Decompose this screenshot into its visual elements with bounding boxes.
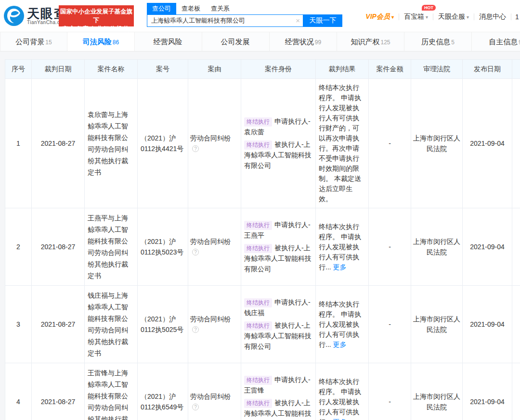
cell-case-name[interactable]: 袁欣蕾与上海鲸乖乖人工智能科技有限公司劳动合同纠纷其他执行裁定书	[85, 79, 138, 208]
search-tab-relation[interactable]: 查关系	[206, 3, 235, 14]
cell-cropped	[512, 208, 520, 286]
search-button[interactable]: 天眼一下	[303, 14, 342, 27]
cell-cropped	[512, 79, 520, 208]
enterprise-service-link[interactable]: 天眼企服▾	[438, 13, 469, 21]
status-badge: 终结执行	[244, 140, 272, 150]
cell-result: 终结本次执行程序。 申请执行人发现被执行人有可供执行财产的，可以再次申请执行。再…	[316, 79, 369, 208]
judgment-table-wrap: 序号 裁判日期 案件名称 案号 案由 案件身份 裁判结果 案件金额 审理法院 发…	[5, 59, 520, 420]
search-type-tabs: 查公司 查老板 查关系	[147, 3, 342, 14]
table-header-row: 序号 裁判日期 案件名称 案号 案由 案件身份 裁判结果 案件金额 审理法院 发…	[5, 60, 520, 79]
cell-case-name[interactable]: 王雷锋与上海鲸乖乖人工智能科技有限公司劳动合同纠纷其他执行裁定书	[85, 363, 138, 420]
col-publish-date: 发布日期	[463, 60, 512, 79]
toolbox-link[interactable]: HOT百宝箱▾	[404, 13, 428, 21]
cell-case-number: （2021）沪0112执5025号	[138, 286, 188, 363]
col-case-identity: 案件身份	[241, 60, 316, 79]
cell-date: 2021-08-27	[32, 363, 85, 420]
question-circle-icon[interactable]: ?	[192, 145, 199, 152]
search-tab-company[interactable]: 查公司	[147, 3, 176, 14]
search-input[interactable]	[147, 14, 303, 27]
cell-identity: 终结执行申请执行人-王燕平 终结执行被执行人-上海鲸乖乖人工智能科技有限公司	[241, 208, 316, 286]
clear-search-icon[interactable]: ×	[296, 16, 300, 25]
col-court: 审理法院	[411, 60, 463, 79]
cell-court: 上海市闵行区人民法院	[411, 208, 463, 286]
tab-operating-risk[interactable]: 经营风险	[135, 32, 202, 51]
cell-case-number: （2021）沪0112执4421号	[138, 79, 188, 208]
col-seq: 序号	[5, 60, 32, 79]
top-header: 天眼查 TianYanCha.com 国家中小企业发展子基金旗下 官方备案企业征…	[0, 0, 520, 32]
tab-intellectual-property[interactable]: 知识产权125	[337, 32, 404, 51]
cell-court: 上海市闵行区人民法院	[411, 363, 463, 420]
more-link[interactable]: 更多	[333, 263, 347, 271]
cell-result: 终结本次执行程序。 申请执行人发现被执行人有可供执行... 更多	[316, 363, 369, 420]
table-row: 2 2021-08-27 王燕平与上海鲸乖乖人工智能科技有限公司劳动合同纠纷其他…	[5, 208, 520, 286]
table-row: 3 2021-08-27 钱庄福与上海鲸乖乖人工智能科技有限公司劳动合同纠纷其他…	[5, 286, 520, 363]
hot-badge: HOT	[422, 5, 436, 11]
cell-amount: -	[369, 208, 411, 286]
cropped-nav-item[interactable]: 1	[515, 13, 520, 21]
table-row: 4 2021-08-27 王雷锋与上海鲸乖乖人工智能科技有限公司劳动合同纠纷其他…	[5, 363, 520, 420]
divider	[474, 13, 474, 20]
divider	[511, 13, 511, 20]
cell-case-name[interactable]: 钱庄福与上海鲸乖乖人工智能科技有限公司劳动合同纠纷其他执行裁定书	[85, 286, 138, 363]
col-cause: 案由	[188, 60, 241, 79]
judgment-table: 序号 裁判日期 案件名称 案号 案由 案件身份 裁判结果 案件金额 审理法院 发…	[5, 59, 520, 420]
cell-amount: -	[369, 363, 411, 420]
cell-identity: 终结执行申请执行人-袁欣蕾 终结执行被执行人-上海鲸乖乖人工智能科技有限公司	[241, 79, 316, 208]
tab-history-info[interactable]: 历史信息5	[404, 32, 472, 51]
more-link[interactable]: 更多	[333, 341, 347, 348]
certification-badge: 国家中小企业发展子基金旗下 官方备案企业征信机构	[59, 5, 134, 26]
status-badge: 终结执行	[244, 244, 272, 253]
cell-date: 2021-08-27	[32, 79, 85, 208]
cell-seq: 1	[5, 79, 32, 208]
tianyancha-logo[interactable]: 天眼查 TianYanCha.com	[4, 6, 67, 26]
vip-member-link[interactable]: VIP会员▾	[365, 13, 394, 21]
divider	[399, 13, 399, 20]
cell-cause: 劳动合同纠纷?	[188, 286, 241, 363]
question-circle-icon[interactable]: ?	[192, 404, 199, 410]
tianyancha-logo-icon	[4, 6, 24, 26]
tab-operating-status[interactable]: 经营状况99	[270, 32, 337, 51]
cell-cropped	[512, 286, 520, 363]
cell-court: 上海市闵行区人民法院	[411, 286, 463, 363]
question-circle-icon[interactable]: ?	[192, 249, 199, 255]
col-judgment-date: 裁判日期	[32, 60, 85, 79]
cell-cropped	[512, 363, 520, 420]
tab-self-info[interactable]: 自主信息9	[472, 32, 520, 51]
col-case-number: 案号	[138, 60, 188, 79]
cell-result: 终结本次执行程序。 申请执行人发现被执行人有可供执行... 更多	[316, 286, 369, 363]
cell-publish-date: 2021-09-04	[463, 363, 512, 420]
cell-publish-date: 2021-09-04	[463, 208, 512, 286]
message-center-link[interactable]: 消息中心	[479, 13, 506, 21]
cell-case-name[interactable]: 王燕平与上海鲸乖乖人工智能科技有限公司劳动合同纠纷其他执行裁定书	[85, 208, 138, 286]
cell-identity: 终结执行申请执行人-钱庄福 终结执行被执行人-上海鲸乖乖人工智能科技有限公司	[241, 286, 316, 363]
search-zone: 查公司 查老板 查关系 × 天眼一下	[147, 3, 342, 27]
tab-judicial-risk[interactable]: 司法风险86	[67, 32, 135, 51]
cell-court: 上海市闵行区人民法院	[411, 79, 463, 208]
cell-publish-date: 2021-09-04	[463, 79, 512, 208]
top-nav: VIP会员▾ HOT百宝箱▾ 天眼企服▾ 消息中心 1	[361, 13, 520, 21]
cell-date: 2021-08-27	[32, 286, 85, 363]
search-tab-boss[interactable]: 查老板	[176, 3, 206, 14]
divider	[433, 13, 433, 20]
cell-amount: -	[369, 286, 411, 363]
cell-result: 终结本次执行程序。 申请执行人发现被执行人有可供执行... 更多	[316, 208, 369, 286]
col-case-amount: 案件金额	[369, 60, 411, 79]
status-badge: 终结执行	[244, 221, 272, 230]
status-badge: 终结执行	[244, 117, 272, 127]
status-badge: 终结执行	[244, 399, 272, 408]
tab-company-development[interactable]: 公司发展	[202, 32, 270, 51]
cert-line2: 官方备案企业征信机构	[59, 25, 134, 33]
cell-seq: 3	[5, 286, 32, 363]
status-badge: 终结执行	[244, 298, 272, 307]
cell-case-number: （2021）沪0112执6549号	[138, 363, 188, 420]
more-link[interactable]: 更多	[333, 418, 347, 420]
cell-identity: 终结执行申请执行人-王雷锋 终结执行被执行人-上海鲸乖乖人工智能科技有限公司	[241, 363, 316, 420]
cell-case-number: （2021）沪0112执5023号	[138, 208, 188, 286]
tab-company-background[interactable]: 公司背景15	[0, 32, 67, 51]
cell-date: 2021-08-27	[32, 208, 85, 286]
status-badge: 终结执行	[244, 321, 272, 331]
question-circle-icon[interactable]: ?	[192, 326, 199, 333]
col-judgment-result: 裁判结果	[316, 60, 369, 79]
table-row: 1 2021-08-27 袁欣蕾与上海鲸乖乖人工智能科技有限公司劳动合同纠纷其他…	[5, 79, 520, 208]
cell-cause: 劳动合同纠纷?	[188, 79, 241, 208]
